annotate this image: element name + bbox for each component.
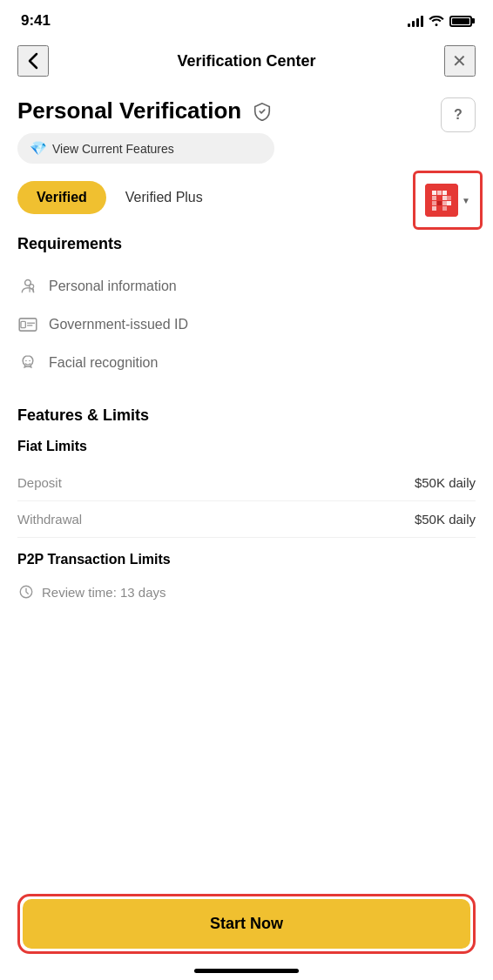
requirements-title: Requirements bbox=[17, 235, 476, 253]
svg-rect-19 bbox=[442, 201, 447, 205]
avatar-image bbox=[425, 184, 458, 217]
start-now-button[interactable]: Start Now bbox=[23, 899, 470, 949]
view-current-features-button[interactable]: 💎 View Current Features bbox=[17, 133, 274, 164]
req-label-id: Government-issued ID bbox=[49, 317, 188, 332]
header-left: Personal Verification 💎 View Current Fea… bbox=[17, 97, 274, 164]
requirements-section: Requirements Personal information bbox=[17, 235, 476, 382]
features-limits-section: Features & Limits Fiat Limits Deposit $5… bbox=[17, 406, 476, 538]
svg-rect-20 bbox=[447, 201, 451, 205]
svg-rect-23 bbox=[447, 196, 451, 200]
avatar-inner: ▼ bbox=[420, 180, 476, 220]
avatar-highlight-box[interactable]: ▼ bbox=[413, 171, 483, 230]
battery-icon bbox=[449, 16, 472, 27]
person-icon bbox=[17, 276, 38, 297]
tab-verified[interactable]: Verified bbox=[17, 181, 106, 214]
bottom-bar: Start Now bbox=[0, 883, 493, 980]
clock-icon bbox=[17, 583, 35, 601]
main-content: Personal Verification 💎 View Current Fea… bbox=[0, 84, 493, 609]
tab-verified-plus[interactable]: Verified Plus bbox=[106, 181, 222, 214]
svg-rect-14 bbox=[442, 191, 447, 195]
req-item-facial: Facial recognition bbox=[17, 344, 476, 382]
req-label-facial: Facial recognition bbox=[49, 355, 158, 371]
svg-point-9 bbox=[29, 360, 30, 362]
close-button[interactable]: ✕ bbox=[444, 45, 476, 77]
svg-rect-4 bbox=[19, 319, 37, 331]
svg-point-8 bbox=[25, 360, 27, 362]
svg-point-1 bbox=[30, 285, 34, 289]
id-card-icon bbox=[17, 314, 38, 335]
svg-rect-21 bbox=[432, 206, 436, 211]
features-btn-label: View Current Features bbox=[52, 142, 174, 156]
dropdown-arrow-icon: ▼ bbox=[462, 196, 470, 205]
start-now-highlight: Start Now bbox=[17, 894, 476, 954]
svg-rect-17 bbox=[432, 201, 436, 205]
wifi-icon bbox=[429, 14, 444, 29]
req-label-personal: Personal information bbox=[49, 279, 177, 294]
page-title-row: Personal Verification bbox=[17, 97, 274, 124]
svg-rect-22 bbox=[442, 206, 447, 211]
deposit-value: $50K daily bbox=[415, 475, 476, 490]
diamond-icon: 💎 bbox=[30, 140, 47, 157]
svg-rect-5 bbox=[21, 321, 25, 327]
nav-bar: Verification Center ✕ bbox=[0, 38, 493, 84]
signal-icon bbox=[408, 15, 423, 27]
withdrawal-label: Withdrawal bbox=[17, 512, 82, 527]
req-item-personal: Personal information bbox=[17, 267, 476, 305]
p2p-section: P2P Transaction Limits Review time: 13 d… bbox=[17, 552, 476, 609]
shield-icon bbox=[250, 99, 274, 124]
svg-rect-12 bbox=[432, 191, 436, 195]
fiat-limits-title: Fiat Limits bbox=[17, 439, 476, 454]
req-item-id: Government-issued ID bbox=[17, 305, 476, 344]
deposit-label: Deposit bbox=[17, 475, 62, 490]
svg-rect-13 bbox=[437, 191, 442, 195]
home-indicator bbox=[194, 969, 299, 973]
face-icon bbox=[17, 352, 38, 373]
withdrawal-row: Withdrawal $50K daily bbox=[17, 501, 476, 538]
withdrawal-value: $50K daily bbox=[415, 512, 476, 527]
nav-title: Verification Center bbox=[177, 52, 315, 70]
status-time: 9:41 bbox=[21, 12, 51, 30]
review-time-row: Review time: 13 days bbox=[17, 574, 476, 609]
deposit-row: Deposit $50K daily bbox=[17, 465, 476, 501]
page-title: Personal Verification bbox=[17, 97, 241, 124]
status-icons bbox=[408, 14, 472, 29]
back-button[interactable] bbox=[17, 45, 49, 77]
svg-rect-18 bbox=[437, 201, 442, 205]
header-section: Personal Verification 💎 View Current Fea… bbox=[17, 97, 476, 164]
svg-rect-15 bbox=[432, 196, 436, 200]
review-time-label: Review time: 13 days bbox=[42, 585, 166, 600]
help-button[interactable]: ? bbox=[441, 97, 476, 132]
tabs-section: Verified Verified Plus bbox=[17, 181, 476, 214]
svg-rect-11 bbox=[425, 184, 458, 217]
svg-rect-16 bbox=[442, 196, 447, 200]
p2p-title: P2P Transaction Limits bbox=[17, 552, 476, 567]
features-limits-title: Features & Limits bbox=[17, 406, 476, 425]
status-bar: 9:41 bbox=[0, 0, 493, 38]
